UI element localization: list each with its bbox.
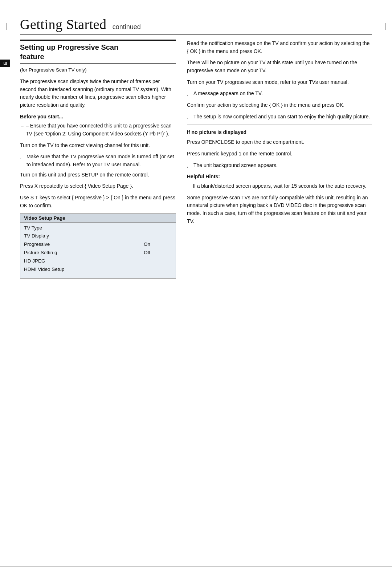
row-label-tvdisplay: TV Displa y (24, 232, 49, 240)
two-column-layout: Setting up Progressive Scan feature (for… (20, 40, 372, 281)
para3: Press X repeatedly to select { Video Set… (20, 182, 176, 190)
row-value-progressive: On (144, 240, 150, 249)
section-heading: Setting up Progressive Scan feature (20, 40, 176, 64)
row-label-hdmi: HDMI Video Setup (24, 265, 65, 274)
corner-mark-tr (378, 23, 385, 30)
table-row: HD JPEG (24, 257, 172, 265)
table-row: HDMI Video Setup (24, 265, 172, 274)
page-footer: 20 ldvp6929_ea_eng.indd 20 2008-08-06 2:… (0, 566, 392, 569)
row-label-progressive: Progressive (24, 240, 50, 249)
page: Getting Started continued E Setting up P… (0, 16, 392, 569)
para1: Turn on the TV to the correct viewing ch… (20, 142, 176, 150)
press-open-close: Press OPEN/CLOSE to open the disc compar… (187, 138, 372, 146)
video-setup-table: Video Setup Page TV Type TV Displa y Pro… (20, 214, 176, 279)
right-para2: There will be no picture on your TV at t… (187, 59, 372, 74)
right-para4: Confirm your action by selecting the { O… (187, 101, 372, 109)
chapter-tab-letter: E (3, 62, 8, 65)
intro-body: The progressive scan displays twice the … (20, 78, 176, 109)
para4: Use S T keys to select { Progressive } >… (20, 194, 176, 210)
row-label-tvtype: TV Type (24, 224, 42, 232)
bullet1: Make sure that the TV progressive scan m… (20, 153, 176, 168)
chapter-tab: E (0, 60, 10, 67)
table-row: Picture Settin g Off (24, 249, 172, 257)
table-header: Video Setup Page (20, 214, 176, 223)
section-heading-line2: feature (20, 53, 44, 61)
right-bullet2: The setup is now completed and you can s… (187, 113, 372, 121)
content-area: E Setting up Progressive Scan feature (f… (20, 40, 372, 281)
right-bullet3: The unit background screen appears. (187, 162, 372, 170)
left-column: Setting up Progressive Scan feature (for… (20, 40, 176, 281)
right-column: Read the notification message on the TV … (187, 40, 372, 281)
press-numeric: Press numeric keypad 1 on the remote con… (187, 150, 372, 158)
helpful-hints-body2: Some progressive scan TVs are not fully … (187, 194, 372, 225)
header-title: Getting Started (20, 16, 107, 32)
before-start-label: Before you start... (20, 113, 176, 121)
helpful-hints-body1: If a blank/distorted screen appears, wai… (187, 182, 372, 190)
intro-italic: (for Progressive Scan TV only) (20, 66, 176, 74)
if-no-picture-heading: If no picture is displayed (187, 129, 372, 137)
row-value-picture: Off (144, 249, 150, 257)
header-subtitle: continued (113, 23, 141, 31)
row-label-hdjpeg: HD JPEG (24, 257, 45, 265)
section-divider (187, 125, 372, 125)
table-body: TV Type TV Displa y Progressive On P (20, 223, 176, 279)
helpful-hints-heading: Helpful Hints: (187, 173, 372, 181)
para2: Turn on this unit and press SETUP on the… (20, 171, 176, 179)
page-header: Getting Started continued (20, 16, 372, 35)
row-label-picture: Picture Settin g (24, 249, 57, 257)
right-bullet1: A message appears on the TV. (187, 90, 372, 98)
table-row: TV Type (24, 224, 172, 232)
table-row: Progressive On (24, 240, 172, 249)
section-heading-line1: Setting up Progressive Scan (20, 43, 118, 51)
corner-mark-tl (7, 23, 14, 30)
table-row: TV Displa y (24, 232, 172, 240)
right-para3: Turn on your TV progressive scan mode, r… (187, 78, 372, 86)
right-para1: Read the notification message on the TV … (187, 40, 372, 55)
before-start-body: – Ensure that you have connected this un… (20, 122, 176, 138)
